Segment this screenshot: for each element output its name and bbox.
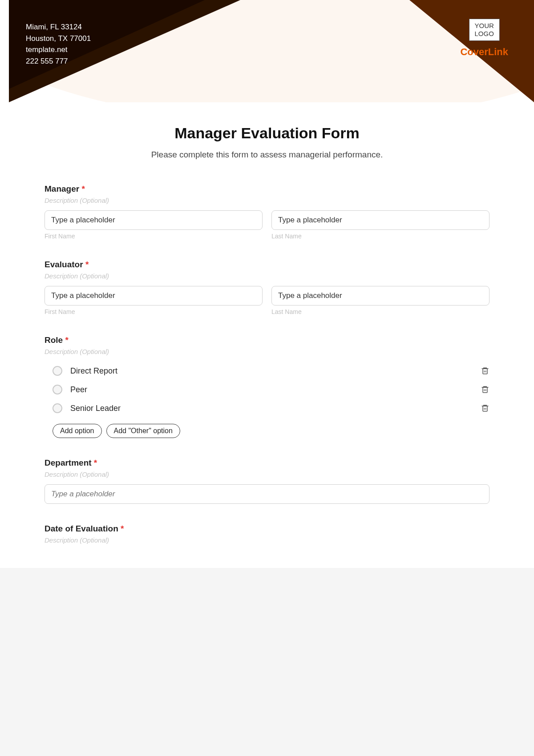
role-option-label[interactable]: Peer bbox=[70, 385, 481, 394]
evaluator-label: Evaluator * bbox=[44, 260, 490, 269]
date-desc[interactable]: Description (Optional) bbox=[44, 536, 490, 544]
label-text: Manager bbox=[44, 184, 79, 193]
manager-desc[interactable]: Description (Optional) bbox=[44, 197, 490, 204]
trash-icon[interactable] bbox=[481, 385, 490, 394]
manager-last-name-input[interactable] bbox=[271, 210, 490, 230]
first-name-sublabel: First Name bbox=[44, 233, 263, 240]
section-department: Department * Description (Optional) bbox=[44, 458, 490, 504]
label-text: Evaluator bbox=[44, 260, 83, 269]
svg-rect-2 bbox=[483, 406, 487, 411]
manager-label: Manager * bbox=[44, 184, 490, 194]
contact-line: 222 555 777 bbox=[26, 56, 91, 67]
logo-placeholder: YOUR LOGO bbox=[469, 19, 500, 41]
contact-info: Miami, FL 33124 Houston, TX 77001 templa… bbox=[26, 21, 91, 67]
contact-line: Houston, TX 77001 bbox=[26, 33, 91, 44]
add-other-option-button[interactable]: Add "Other" option bbox=[106, 424, 180, 438]
section-manager: Manager * Description (Optional) First N… bbox=[44, 184, 490, 240]
role-desc[interactable]: Description (Optional) bbox=[44, 348, 490, 355]
first-name-sublabel: First Name bbox=[44, 308, 263, 315]
evaluator-first-name-input[interactable] bbox=[44, 286, 263, 306]
section-evaluator: Evaluator * Description (Optional) First… bbox=[44, 260, 490, 315]
role-option-row: Peer bbox=[53, 380, 490, 399]
required-mark: * bbox=[85, 260, 89, 269]
label-text: Department bbox=[44, 458, 92, 467]
role-label: Role * bbox=[44, 335, 490, 345]
required-mark: * bbox=[81, 184, 85, 193]
department-label: Department * bbox=[44, 458, 490, 468]
required-mark: * bbox=[94, 458, 97, 467]
department-input[interactable] bbox=[44, 484, 490, 504]
label-text: Role bbox=[44, 335, 63, 345]
svg-rect-1 bbox=[483, 387, 487, 393]
label-text: Date of Evaluation bbox=[44, 524, 118, 533]
last-name-sublabel: Last Name bbox=[271, 233, 490, 240]
contact-line: Miami, FL 33124 bbox=[26, 21, 91, 33]
role-option-label[interactable]: Direct Report bbox=[70, 366, 481, 376]
form-title: Manager Evaluation Form bbox=[44, 125, 490, 142]
department-desc[interactable]: Description (Optional) bbox=[44, 470, 490, 478]
role-option-row: Senior Leader bbox=[53, 399, 490, 418]
add-option-button[interactable]: Add option bbox=[53, 424, 102, 438]
required-mark: * bbox=[121, 524, 124, 533]
evaluator-last-name-input[interactable] bbox=[271, 286, 490, 306]
form-area: Manager Evaluation Form Please complete … bbox=[0, 102, 534, 568]
manager-first-name-input[interactable] bbox=[44, 210, 263, 230]
required-mark: * bbox=[65, 335, 68, 345]
trash-icon[interactable] bbox=[481, 366, 490, 376]
last-name-sublabel: Last Name bbox=[271, 308, 490, 315]
contact-line: template.net bbox=[26, 44, 91, 56]
role-option-row: Direct Report bbox=[53, 362, 490, 380]
radio-icon[interactable] bbox=[53, 403, 62, 413]
section-date: Date of Evaluation * Description (Option… bbox=[44, 524, 490, 544]
svg-rect-0 bbox=[483, 369, 487, 374]
date-label: Date of Evaluation * bbox=[44, 524, 490, 534]
brand-name: CoverLink bbox=[460, 46, 508, 58]
section-role: Role * Description (Optional) Direct Rep… bbox=[44, 335, 490, 438]
radio-icon[interactable] bbox=[53, 385, 62, 394]
role-option-label[interactable]: Senior Leader bbox=[70, 404, 481, 413]
radio-icon[interactable] bbox=[53, 366, 62, 376]
trash-icon[interactable] bbox=[481, 403, 490, 413]
logo-block: YOUR LOGO CoverLink bbox=[460, 19, 508, 58]
header-banner: Miami, FL 33124 Houston, TX 77001 templa… bbox=[9, 0, 534, 102]
evaluator-desc[interactable]: Description (Optional) bbox=[44, 272, 490, 280]
form-subtitle: Please complete this form to assess mana… bbox=[44, 150, 490, 160]
